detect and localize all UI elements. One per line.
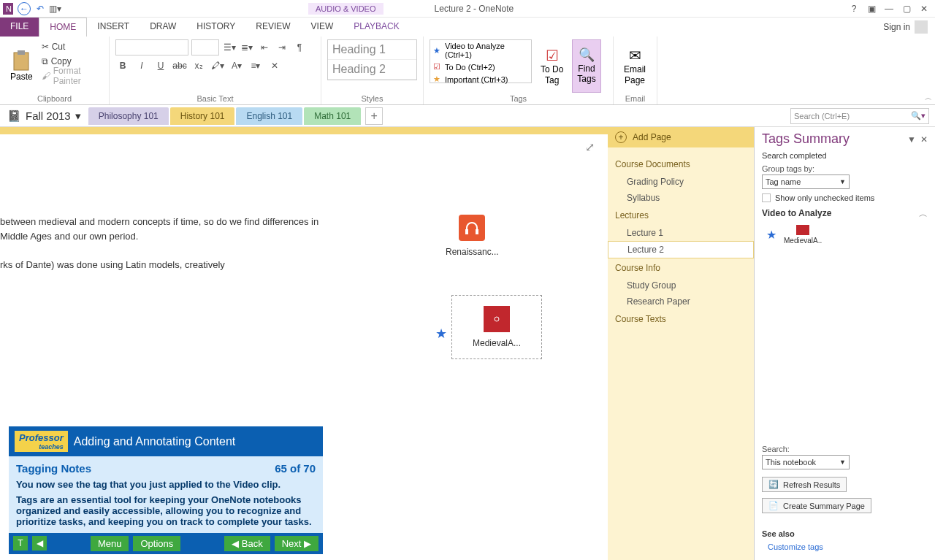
page-research-paper[interactable]: Research Paper — [608, 294, 754, 310]
bullets-button[interactable]: ☰▾ — [222, 40, 237, 55]
todo-tag-button[interactable]: ☑ To Do Tag — [536, 39, 568, 93]
styles-gallery[interactable]: Heading 1 Heading 2 — [327, 39, 417, 80]
unchecked-only-checkbox[interactable]: Show only unchecked items — [762, 193, 928, 202]
tab-file[interactable]: FILE — [0, 18, 39, 37]
page-group-course-documents[interactable]: Course Documents — [608, 155, 754, 174]
bold-button[interactable]: B — [115, 58, 130, 73]
tags-gallery[interactable]: ★Video to Analyze (Ctrl+1) ☑To Do (Ctrl+… — [430, 39, 532, 83]
section-color-bar — [0, 127, 608, 134]
indent-button[interactable]: ⇥ — [275, 40, 289, 55]
find-tags-button[interactable]: 🔍 Find Tags — [572, 39, 600, 93]
add-section-button[interactable]: + — [365, 107, 383, 125]
section-tab-english[interactable]: English 101 — [236, 107, 302, 125]
undo-icon[interactable]: ↶ — [35, 4, 45, 14]
page-group-course-texts[interactable]: Course Texts — [608, 310, 754, 329]
help-icon[interactable]: ? — [849, 4, 859, 14]
search-input[interactable]: Search (Ctrl+E) 🔍▾ — [790, 108, 929, 124]
italic-button[interactable]: I — [134, 58, 149, 73]
section-tab-math[interactable]: Math 101 — [304, 107, 361, 125]
add-page-button[interactable]: + Add Page — [608, 127, 754, 147]
sign-in-link[interactable]: Sign in — [876, 18, 935, 37]
section-tab-history[interactable]: History 101 — [170, 107, 235, 125]
email-page-button[interactable]: ✉ Email Page — [619, 39, 650, 93]
restore-icon[interactable]: ▢ — [901, 4, 912, 14]
customize-tags-link[interactable]: Customize tags — [768, 542, 928, 551]
search-icon[interactable]: 🔍▾ — [911, 111, 926, 120]
tag-item-todo[interactable]: ☑To Do (Ctrl+2) — [430, 61, 531, 73]
window-title: Lecture 2 - OneNote — [435, 4, 514, 14]
underline-button[interactable]: U — [153, 58, 168, 73]
scissors-icon: ✂ — [42, 42, 49, 52]
video-attachment[interactable]: MedievalA... — [451, 295, 542, 359]
tag-group-video[interactable]: Video to Analyze ︿ — [762, 208, 928, 220]
page-syllabus[interactable]: Syllabus — [608, 190, 754, 206]
page-group-course-info[interactable]: Course Info — [608, 258, 754, 277]
page-lecture-2[interactable]: Lecture 2 — [608, 241, 754, 258]
tab-insert[interactable]: INSERT — [87, 18, 140, 37]
search-placeholder: Search (Ctrl+E) — [794, 112, 850, 120]
group-email-label: Email — [619, 93, 651, 103]
search-scope-label: Search: — [762, 445, 790, 453]
tutorial-t-button[interactable]: T — [13, 536, 28, 551]
notebook-dropdown[interactable]: 📓 Fall 2013 ▾ — [0, 110, 88, 123]
minimize-icon[interactable]: — — [884, 4, 894, 14]
tutorial-menu-button[interactable]: Menu — [91, 536, 129, 551]
tutorial-options-button[interactable]: Options — [133, 536, 180, 551]
tutorial-step-count: 65 of 70 — [275, 462, 316, 475]
font-color-button[interactable]: A▾ — [229, 58, 244, 73]
paragraph-align-button[interactable]: ¶ — [292, 40, 307, 55]
avatar-icon — [915, 20, 928, 34]
page-study-group[interactable]: Study Group — [608, 277, 754, 294]
close-icon[interactable]: ✕ — [919, 4, 929, 14]
page-canvas[interactable]: ⤢ between medieval and modern concepts i… — [0, 127, 608, 560]
tab-draw[interactable]: DRAW — [140, 18, 186, 37]
section-bar: 📓 Fall 2013 ▾ Philosophy 101 History 101… — [0, 105, 935, 127]
tag-item-video[interactable]: ★Video to Analyze (Ctrl+1) — [430, 40, 531, 61]
tutorial-sound-button[interactable]: ◀ — [32, 536, 47, 551]
create-summary-button[interactable]: 📄Create Summary Page — [762, 498, 871, 513]
audio-attachment[interactable]: Renaissanc... — [446, 215, 499, 257]
tutorial-back-button[interactable]: ◀ Back — [224, 536, 270, 551]
font-name-input[interactable] — [115, 39, 188, 55]
tab-playback[interactable]: PLAYBACK — [343, 18, 409, 37]
clear-formatting-button[interactable]: ✕ — [267, 58, 282, 73]
collapse-ribbon-icon[interactable]: ︿ — [925, 93, 932, 103]
format-painter-button[interactable]: 🖌Format Painter — [42, 69, 103, 83]
note-text[interactable]: between medieval and modern concepts if … — [0, 215, 318, 272]
tutorial-next-button[interactable]: Next ▶ — [275, 536, 318, 551]
back-icon[interactable]: ← — [18, 2, 31, 15]
strikethrough-button[interactable]: abc — [172, 58, 187, 73]
onenote-icon: N — [3, 4, 13, 14]
style-heading1[interactable]: Heading 1 — [328, 40, 416, 60]
refresh-results-button[interactable]: 🔄Refresh Results — [762, 477, 847, 492]
tab-home[interactable]: HOME — [39, 18, 87, 37]
numbering-button[interactable]: ≣▾ — [240, 40, 254, 55]
pane-close-icon[interactable]: ✕ — [920, 134, 928, 145]
page-grading-policy[interactable]: Grading Policy — [608, 174, 754, 190]
tab-review[interactable]: REVIEW — [245, 18, 300, 37]
cut-button[interactable]: ✂Cut — [42, 39, 103, 54]
tag-result-item[interactable]: ★ MedievalA.. — [762, 220, 928, 245]
page-lecture-1[interactable]: Lecture 1 — [608, 225, 754, 241]
page-group-lectures[interactable]: Lectures — [608, 206, 754, 225]
section-tab-philosophy[interactable]: Philosophy 101 — [88, 107, 169, 125]
qat-more-icon[interactable]: ▥▾ — [50, 4, 60, 14]
search-scope-dropdown[interactable]: This notebook▼ — [762, 455, 850, 469]
collapse-icon[interactable]: ︿ — [919, 208, 928, 220]
align-button[interactable]: ≡▾ — [248, 58, 263, 73]
star-icon: ★ — [433, 74, 440, 84]
pane-dropdown-icon[interactable]: ▼ — [907, 134, 916, 145]
subscript-button[interactable]: x₂ — [191, 58, 206, 73]
tab-history[interactable]: HISTORY — [186, 18, 245, 37]
tab-view[interactable]: VIEW — [301, 18, 344, 37]
paste-button[interactable]: Paste — [6, 39, 37, 93]
expand-icon[interactable]: ⤢ — [585, 140, 595, 154]
style-heading2[interactable]: Heading 2 — [328, 60, 416, 80]
outdent-button[interactable]: ⇤ — [257, 40, 272, 55]
font-size-input[interactable] — [191, 39, 219, 55]
groupby-dropdown[interactable]: Tag name▼ — [762, 174, 850, 189]
highlight-button[interactable]: 🖍▾ — [210, 58, 225, 73]
tag-item-important[interactable]: ★Important (Ctrl+3) — [430, 73, 531, 85]
main-area: ⤢ between medieval and modern concepts i… — [0, 127, 935, 560]
ribbon-display-icon[interactable]: ▣ — [866, 4, 877, 14]
